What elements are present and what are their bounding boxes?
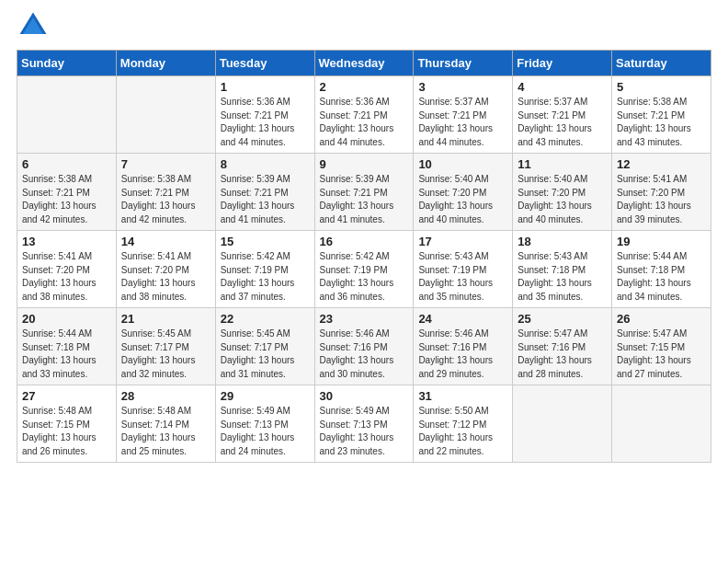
day-number: 5 [617,80,706,94]
day-info: Sunrise: 5:50 AM Sunset: 7:12 PM Dayligh… [418,405,507,458]
day-number: 30 [320,389,409,403]
day-info: Sunrise: 5:38 AM Sunset: 7:21 PM Dayligh… [617,96,706,149]
day-info: Sunrise: 5:43 AM Sunset: 7:19 PM Dayligh… [418,250,507,304]
day-number: 4 [518,80,607,94]
day-cell: 1Sunrise: 5:36 AM Sunset: 7:21 PM Daylig… [215,76,314,154]
day-info: Sunrise: 5:49 AM Sunset: 7:13 PM Dayligh… [320,405,409,458]
day-info: Sunrise: 5:45 AM Sunset: 7:17 PM Dayligh… [221,327,310,381]
day-info: Sunrise: 5:47 AM Sunset: 7:16 PM Dayligh… [518,327,607,381]
day-cell: 8Sunrise: 5:39 AM Sunset: 7:21 PM Daylig… [215,154,314,231]
day-cell: 15Sunrise: 5:42 AM Sunset: 7:19 PM Dayli… [215,231,314,308]
day-number: 19 [617,235,706,248]
week-row-1: 1Sunrise: 5:36 AM Sunset: 7:21 PM Daylig… [17,76,711,154]
day-number: 23 [320,312,409,326]
day-cell: 31Sunrise: 5:50 AM Sunset: 7:12 PM Dayli… [414,385,513,463]
day-number: 9 [320,157,409,171]
day-info: Sunrise: 5:40 AM Sunset: 7:20 PM Dayligh… [418,173,507,226]
day-number: 8 [221,157,310,171]
day-cell: 9Sunrise: 5:39 AM Sunset: 7:21 PM Daylig… [314,154,414,231]
day-header-friday: Friday [513,51,612,76]
day-info: Sunrise: 5:38 AM Sunset: 7:21 PM Dayligh… [22,173,111,226]
day-cell: 10Sunrise: 5:40 AM Sunset: 7:20 PM Dayli… [414,154,513,231]
day-info: Sunrise: 5:37 AM Sunset: 7:21 PM Dayligh… [518,96,607,149]
day-cell: 4Sunrise: 5:37 AM Sunset: 7:21 PM Daylig… [513,76,612,154]
day-number: 21 [121,312,210,326]
day-info: Sunrise: 5:44 AM Sunset: 7:18 PM Dayligh… [22,327,111,381]
day-cell: 7Sunrise: 5:38 AM Sunset: 7:21 PM Daylig… [116,154,215,231]
day-header-thursday: Thursday [414,51,513,76]
day-cell: 13Sunrise: 5:41 AM Sunset: 7:20 PM Dayli… [17,231,117,308]
day-number: 22 [221,312,310,326]
day-cell: 27Sunrise: 5:48 AM Sunset: 7:15 PM Dayli… [17,385,117,463]
day-cell: 23Sunrise: 5:46 AM Sunset: 7:16 PM Dayli… [314,308,414,385]
day-number: 1 [221,80,310,94]
day-info: Sunrise: 5:42 AM Sunset: 7:19 PM Dayligh… [221,250,310,304]
day-cell [116,76,215,154]
day-cell: 3Sunrise: 5:37 AM Sunset: 7:21 PM Daylig… [414,76,513,154]
day-number: 29 [221,389,310,403]
header [17,9,711,42]
day-cell: 28Sunrise: 5:48 AM Sunset: 7:14 PM Dayli… [116,385,215,463]
day-info: Sunrise: 5:44 AM Sunset: 7:18 PM Dayligh… [617,250,706,304]
day-info: Sunrise: 5:43 AM Sunset: 7:18 PM Dayligh… [518,250,607,304]
day-number: 20 [22,312,111,326]
day-cell: 11Sunrise: 5:40 AM Sunset: 7:20 PM Dayli… [513,154,612,231]
day-number: 6 [22,157,111,171]
day-cell: 24Sunrise: 5:46 AM Sunset: 7:16 PM Dayli… [414,308,513,385]
week-row-2: 6Sunrise: 5:38 AM Sunset: 7:21 PM Daylig… [17,154,711,231]
day-cell: 12Sunrise: 5:41 AM Sunset: 7:20 PM Dayli… [612,154,711,231]
day-cell: 22Sunrise: 5:45 AM Sunset: 7:17 PM Dayli… [215,308,314,385]
day-number: 26 [617,312,706,326]
day-info: Sunrise: 5:41 AM Sunset: 7:20 PM Dayligh… [121,250,210,304]
day-number: 25 [518,312,607,326]
day-cell: 6Sunrise: 5:38 AM Sunset: 7:21 PM Daylig… [17,154,117,231]
day-cell: 19Sunrise: 5:44 AM Sunset: 7:18 PM Dayli… [612,231,711,308]
day-info: Sunrise: 5:41 AM Sunset: 7:20 PM Dayligh… [617,173,706,226]
day-cell: 17Sunrise: 5:43 AM Sunset: 7:19 PM Dayli… [414,231,513,308]
week-row-5: 27Sunrise: 5:48 AM Sunset: 7:15 PM Dayli… [17,385,711,463]
day-info: Sunrise: 5:39 AM Sunset: 7:21 PM Dayligh… [320,173,409,226]
day-info: Sunrise: 5:36 AM Sunset: 7:21 PM Dayligh… [221,96,310,149]
calendar-table: SundayMondayTuesdayWednesdayThursdayFrid… [17,50,711,463]
day-info: Sunrise: 5:36 AM Sunset: 7:21 PM Dayligh… [320,96,409,149]
day-number: 24 [418,312,507,326]
day-cell [513,385,612,463]
page: SundayMondayTuesdayWednesdayThursdayFrid… [0,0,728,563]
day-number: 14 [121,235,210,248]
day-info: Sunrise: 5:48 AM Sunset: 7:15 PM Dayligh… [22,405,111,458]
day-cell [612,385,711,463]
day-number: 13 [22,235,111,248]
day-header-monday: Monday [116,51,215,76]
day-cell: 2Sunrise: 5:36 AM Sunset: 7:21 PM Daylig… [314,76,414,154]
day-cell: 25Sunrise: 5:47 AM Sunset: 7:16 PM Dayli… [513,308,612,385]
day-number: 16 [320,235,409,248]
logo-icon [17,9,50,42]
day-info: Sunrise: 5:41 AM Sunset: 7:20 PM Dayligh… [22,250,111,304]
day-info: Sunrise: 5:40 AM Sunset: 7:20 PM Dayligh… [518,173,607,226]
day-info: Sunrise: 5:48 AM Sunset: 7:14 PM Dayligh… [121,405,210,458]
header-row: SundayMondayTuesdayWednesdayThursdayFrid… [17,51,711,76]
day-info: Sunrise: 5:47 AM Sunset: 7:15 PM Dayligh… [617,327,706,381]
day-header-sunday: Sunday [17,51,117,76]
day-header-tuesday: Tuesday [215,51,314,76]
day-number: 3 [418,80,507,94]
day-cell [17,76,117,154]
day-header-wednesday: Wednesday [314,51,414,76]
day-info: Sunrise: 5:49 AM Sunset: 7:13 PM Dayligh… [221,405,310,458]
day-number: 18 [518,235,607,248]
day-cell: 30Sunrise: 5:49 AM Sunset: 7:13 PM Dayli… [314,385,414,463]
day-info: Sunrise: 5:39 AM Sunset: 7:21 PM Dayligh… [221,173,310,226]
day-cell: 18Sunrise: 5:43 AM Sunset: 7:18 PM Dayli… [513,231,612,308]
logo [17,9,53,42]
day-number: 7 [121,157,210,171]
day-info: Sunrise: 5:38 AM Sunset: 7:21 PM Dayligh… [121,173,210,226]
day-number: 15 [221,235,310,248]
day-cell: 14Sunrise: 5:41 AM Sunset: 7:20 PM Dayli… [116,231,215,308]
day-info: Sunrise: 5:46 AM Sunset: 7:16 PM Dayligh… [320,327,409,381]
day-info: Sunrise: 5:46 AM Sunset: 7:16 PM Dayligh… [418,327,507,381]
day-info: Sunrise: 5:37 AM Sunset: 7:21 PM Dayligh… [418,96,507,149]
day-cell: 29Sunrise: 5:49 AM Sunset: 7:13 PM Dayli… [215,385,314,463]
week-row-3: 13Sunrise: 5:41 AM Sunset: 7:20 PM Dayli… [17,231,711,308]
day-info: Sunrise: 5:42 AM Sunset: 7:19 PM Dayligh… [320,250,409,304]
week-row-4: 20Sunrise: 5:44 AM Sunset: 7:18 PM Dayli… [17,308,711,385]
